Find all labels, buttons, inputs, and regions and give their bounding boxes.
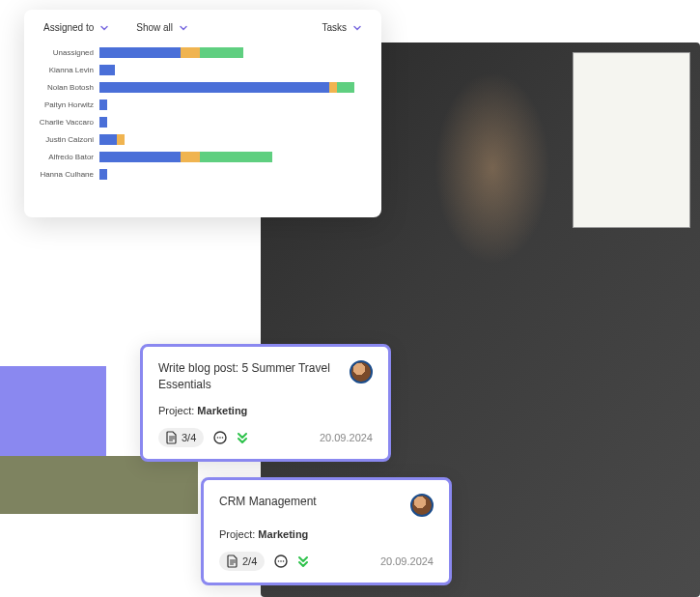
- chart-segment-blue: [99, 47, 181, 58]
- chart-segment-orange: [181, 152, 200, 162]
- chart-row-label: Paityn Horwitz: [38, 100, 99, 109]
- chart-segment-blue: [99, 82, 329, 93]
- chevron-down-icon: [99, 23, 109, 33]
- chart-row-label: Alfredo Bator: [38, 153, 99, 161]
- chart-bar: [99, 47, 368, 58]
- task-date: 20.09.2024: [320, 432, 373, 443]
- chart-segment-green: [337, 82, 354, 93]
- chart-segment-orange: [181, 47, 200, 58]
- attachment-badge[interactable]: 3/4: [158, 428, 204, 447]
- task-date: 20.09.2024: [380, 555, 434, 567]
- avatar: [350, 360, 373, 384]
- attachment-badge[interactable]: 2/4: [219, 552, 265, 571]
- task-card[interactable]: CRM Management Project: Marketing 2/4 20…: [201, 477, 452, 585]
- svg-point-2: [219, 437, 221, 439]
- chart-bar: [99, 65, 368, 75]
- chart-segment-orange: [329, 82, 337, 93]
- comment-icon[interactable]: [272, 553, 290, 570]
- chart-row-label: Unassigned: [38, 48, 99, 57]
- attachment-count: 3/4: [182, 432, 196, 443]
- chevron-down-icon: [179, 23, 188, 33]
- task-title: Write blog post: 5 Summer Travel Essenti…: [158, 360, 340, 393]
- priority-down-icon: [237, 431, 248, 444]
- chart-segment-orange: [117, 134, 125, 145]
- filter-show-all[interactable]: Show all: [130, 19, 194, 36]
- chevron-down-icon: [352, 23, 362, 33]
- chart-row-label: Hanna Culhane: [38, 170, 99, 179]
- chart-row-label: Justin Calzoni: [38, 135, 99, 144]
- chart-bar: [99, 82, 368, 93]
- chart-bar: [99, 152, 368, 162]
- chart-filter-bar: Assigned to Show all Tasks: [38, 19, 368, 36]
- workload-chart-panel: Assigned to Show all Tasks UnassignedKia…: [24, 10, 381, 217]
- comment-icon[interactable]: [211, 429, 229, 446]
- chart-segment-blue: [99, 65, 115, 75]
- project-label: Project:: [219, 528, 258, 540]
- filter-tasks[interactable]: Tasks: [316, 19, 368, 36]
- document-icon: [166, 431, 178, 444]
- avatar: [410, 494, 434, 517]
- svg-point-3: [222, 437, 224, 439]
- chart-row: Paityn Horwitz: [38, 98, 368, 112]
- chart-bar: [99, 117, 368, 128]
- svg-point-1: [217, 437, 219, 439]
- chart-row-label: Charlie Vaccaro: [38, 118, 99, 127]
- task-project: Project: Marketing: [219, 528, 434, 540]
- chart-row-label: Nolan Botosh: [38, 83, 99, 92]
- chart-row: Nolan Botosh: [38, 80, 368, 95]
- svg-point-5: [278, 560, 280, 562]
- svg-point-7: [283, 560, 285, 562]
- chart-row: Kianna Levin: [38, 63, 368, 77]
- chart-row: Charlie Vaccaro: [38, 115, 368, 129]
- filter-tasks-label: Tasks: [322, 22, 347, 33]
- chart-segment-blue: [99, 152, 181, 162]
- chart-row: Unassigned: [38, 45, 368, 60]
- chart-segment-blue: [99, 100, 107, 110]
- chart-bar: [99, 134, 368, 145]
- decorative-block-olive: [0, 456, 198, 514]
- chart-rows-container: UnassignedKianna LevinNolan BotoshPaityn…: [38, 45, 368, 182]
- document-icon: [227, 554, 238, 568]
- project-label: Project:: [158, 405, 197, 416]
- chart-segment-green: [200, 152, 271, 162]
- svg-point-6: [280, 560, 282, 562]
- project-name: Marketing: [197, 405, 247, 416]
- chart-segment-blue: [99, 134, 117, 145]
- chart-segment-blue: [99, 169, 107, 180]
- chart-row-label: Kianna Levin: [38, 66, 99, 74]
- task-title: CRM Management: [219, 494, 317, 510]
- chart-bar: [99, 100, 368, 110]
- priority-down-icon: [297, 554, 309, 568]
- chart-segment-blue: [99, 117, 107, 128]
- task-card[interactable]: Write blog post: 5 Summer Travel Essenti…: [140, 344, 391, 462]
- chart-row: Hanna Culhane: [38, 167, 368, 182]
- chart-bar: [99, 169, 368, 180]
- filter-assigned-to[interactable]: Assigned to: [38, 19, 115, 36]
- filter-show-label: Show all: [136, 22, 173, 33]
- project-name: Marketing: [258, 528, 308, 540]
- filter-assigned-label: Assigned to: [43, 22, 94, 33]
- task-project: Project: Marketing: [158, 405, 373, 416]
- chart-row: Justin Calzoni: [38, 132, 368, 147]
- chart-segment-green: [200, 47, 243, 58]
- attachment-count: 2/4: [242, 555, 257, 567]
- chart-row: Alfredo Bator: [38, 150, 368, 164]
